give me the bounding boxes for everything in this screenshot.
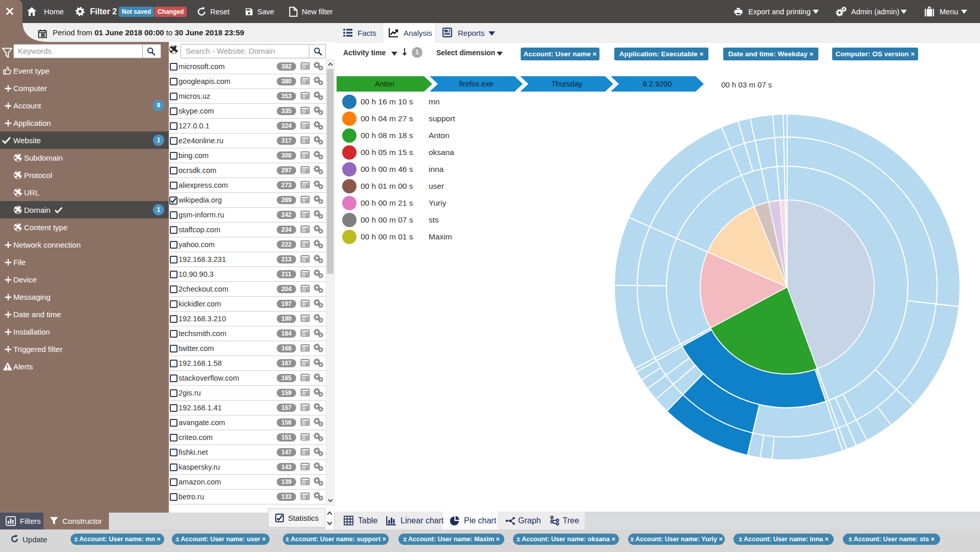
svg-text:6.2.9200: 6.2.9200	[643, 80, 672, 88]
svg-text:Anton: Anton	[375, 80, 394, 88]
svg-text:firefox.exe: firefox.exe	[459, 80, 494, 88]
svg-text:Thursday: Thursday	[551, 80, 583, 88]
